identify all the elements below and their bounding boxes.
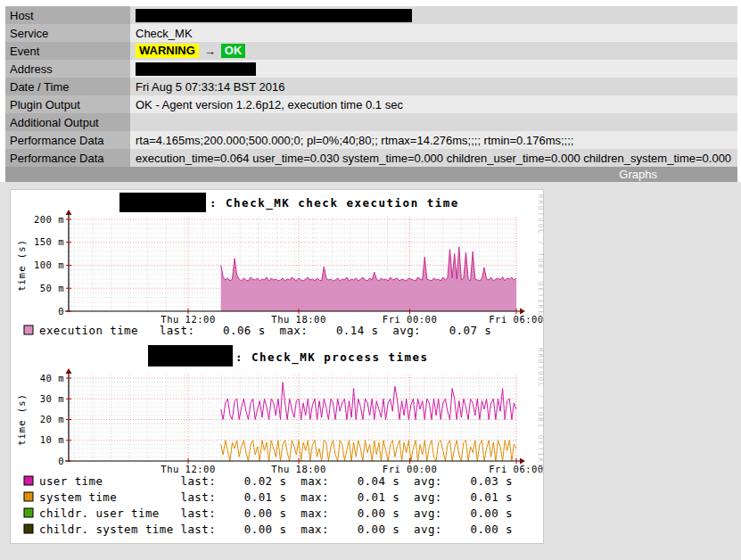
svg-text:10 m: 10 m [40, 434, 64, 445]
row-label: Plugin Output [5, 95, 130, 113]
svg-text:Thu 12:00: Thu 12:00 [161, 464, 215, 474]
svg-text:Fri 06:00: Fri 06:00 [489, 314, 543, 325]
svg-text:100 m: 100 m [34, 259, 64, 270]
table-row: Date / Time Fri Aug 5 07:33:14 BST 2016 [5, 78, 737, 95]
svg-text:RRDTOOL / TOBI OETIKER: RRDTOOL / TOBI OETIKER [537, 348, 543, 475]
warning-badge: WARNING [136, 44, 199, 58]
svg-text:0: 0 [58, 456, 64, 466]
row-label: Address [5, 60, 130, 78]
table-row: Address [5, 60, 737, 78]
graphs-section: 050 m100 m150 m200 mThu 12:00Thu 18:00Fr… [0, 182, 741, 560]
row-label: Date / Time [5, 78, 130, 95]
redaction-box [136, 62, 256, 76]
ok-badge: OK [221, 44, 246, 58]
arrow-right-icon: → [204, 45, 216, 58]
graphs-section-header: Graphs [5, 167, 737, 182]
svg-text:200 m: 200 m [34, 214, 64, 225]
row-value [130, 60, 737, 78]
row-value [130, 113, 737, 131]
process-times-graph: 010 m20 m30 m40 mThu 12:00Thu 18:00Fri 0… [11, 343, 543, 543]
svg-text:40 m: 40 m [40, 373, 64, 383]
svg-text:user time last: 0: user time last: 0.02 s max: 0.04 s avg: … [39, 474, 513, 488]
table-row: Additional Output [5, 113, 737, 131]
svg-text:20 m: 20 m [40, 414, 64, 424]
svg-text:30 m: 30 m [40, 393, 64, 404]
table-row: Performance Data rta=4.165ms;200.000;500… [5, 131, 737, 149]
row-value: WARNING → OK [130, 42, 737, 60]
svg-text:childr. system time last: 0: childr. system time last: 0.00 s max: 0.… [39, 523, 513, 536]
row-value: execution_time=0.064 user_time=0.030 sys… [130, 149, 737, 167]
table-row: Performance Data execution_time=0.064 us… [5, 149, 737, 167]
row-value: rta=4.165ms;200.000;500.000;0; pl=0%;40;… [130, 131, 737, 149]
row-value: Fri Aug 5 07:33:14 BST 2016 [130, 78, 737, 95]
svg-text:RRDTOOL / TOBI OETIKER: RRDTOOL / TOBI OETIKER [537, 194, 543, 322]
table-row: Host [5, 6, 737, 24]
table-row: Service Check_MK [5, 24, 737, 42]
redaction-box [136, 9, 412, 22]
svg-text:time (s): time (s) [16, 239, 27, 292]
row-value: OK - Agent version 1.2.6p12, execution t… [130, 95, 737, 113]
svg-text:Thu 18:00: Thu 18:00 [271, 464, 325, 474]
table-row: Event WARNING → OK [5, 42, 737, 60]
notification-table: Host Service Check_MK Event WARNING → OK… [5, 6, 737, 167]
svg-text:0: 0 [58, 306, 64, 317]
svg-text:Fri 00:00: Fri 00:00 [383, 464, 437, 474]
svg-text:execution time last: 0.06: execution time last: 0.06 s max: 0.14 s … [39, 324, 491, 337]
svg-text:50 m: 50 m [40, 283, 64, 293]
execution-time-graph: 050 m100 m150 m200 mThu 12:00Thu 18:00Fr… [11, 190, 543, 343]
row-label: Additional Output [5, 113, 130, 131]
row-label: Performance Data [5, 149, 130, 167]
graphs-panel: 050 m100 m150 m200 mThu 12:00Thu 18:00Fr… [10, 189, 544, 544]
svg-text:: Check_MK process times: : Check_MK process times [235, 350, 429, 365]
table-row: Plugin Output OK - Agent version 1.2.6p1… [5, 95, 737, 113]
row-label: Performance Data [5, 131, 130, 149]
row-label: Service [5, 24, 130, 42]
svg-text:150 m: 150 m [34, 236, 64, 247]
svg-text:system time last: 0: system time last: 0.01 s max: 0.01 s avg… [39, 490, 513, 504]
row-label: Host [5, 6, 130, 24]
svg-text:time (s): time (s) [16, 393, 27, 446]
svg-text:Fri 06:00: Fri 06:00 [489, 464, 543, 474]
row-value [130, 6, 737, 24]
svg-text:childr. user time last: 0: childr. user time last: 0.00 s max: 0.00… [39, 506, 513, 520]
svg-text:: Check_MK check execution tim: : Check_MK check execution time [210, 196, 459, 210]
row-value: Check_MK [130, 24, 737, 42]
row-label: Event [5, 42, 130, 60]
